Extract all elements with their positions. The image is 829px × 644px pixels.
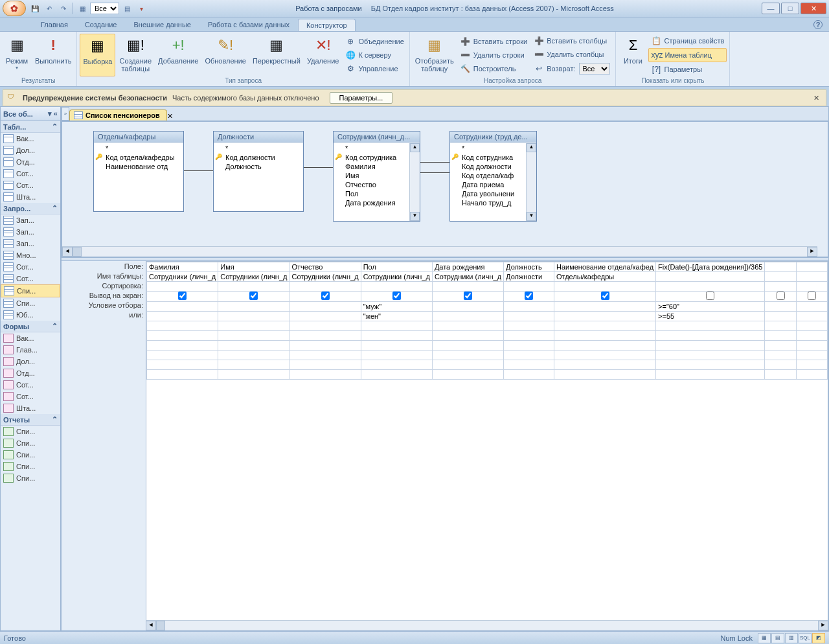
table-field[interactable]: Должность (214, 162, 303, 171)
qbe-cell[interactable] (218, 351, 290, 360)
view-button[interactable]: ▦Режим▾ (3, 34, 31, 76)
qbe-cell[interactable] (554, 292, 655, 302)
nav-item[interactable]: Спи... (1, 461, 60, 472)
nav-item[interactable]: Спи... (1, 284, 60, 297)
form-icon[interactable]: ▦ (76, 2, 89, 15)
nav-item[interactable]: Спи... (1, 297, 60, 309)
qbe-cell[interactable]: Сотрудники (личн_д (361, 272, 432, 282)
qbe-cell[interactable] (656, 331, 765, 341)
document-close-icon[interactable]: ✕ (167, 112, 173, 121)
qbe-cell[interactable] (432, 360, 503, 370)
nav-item[interactable]: Сот... (1, 391, 60, 402)
join-line[interactable] (420, 172, 449, 173)
nav-item[interactable]: Спи... (1, 426, 60, 437)
qbe-cell[interactable] (432, 370, 503, 380)
union-button[interactable]: ⊕Объединение (343, 35, 406, 48)
qbe-cell[interactable]: Дата рождения (432, 262, 503, 272)
show-checkbox[interactable] (706, 292, 714, 300)
qbe-cell[interactable] (796, 341, 827, 351)
nav-item[interactable]: Зап... (1, 214, 60, 226)
table-field[interactable]: * (334, 144, 420, 153)
nav-item[interactable]: Спи... (1, 472, 60, 484)
qbe-cell[interactable] (432, 282, 503, 292)
nav-item[interactable]: Глав... (1, 344, 60, 356)
qbe-cell[interactable] (765, 312, 796, 321)
qbe-cell[interactable] (765, 282, 796, 292)
qbe-cell[interactable] (290, 351, 361, 360)
qbe-cell[interactable] (218, 302, 290, 312)
qbe-cell[interactable] (504, 351, 554, 360)
qbe-cell[interactable]: Наименование отдела/кафед (554, 262, 655, 272)
qbe-cell[interactable] (504, 331, 554, 341)
nav-item[interactable]: Отд... (1, 367, 60, 379)
qbe-cell[interactable] (504, 312, 554, 321)
qbe-cell[interactable] (796, 370, 827, 380)
lower-hscroll[interactable]: ◄► (146, 620, 828, 630)
show-checkbox[interactable] (321, 292, 330, 300)
table-field[interactable]: Отчество (334, 180, 420, 189)
qbe-cell[interactable] (432, 292, 503, 302)
nav-group-forms[interactable]: Формы⌃ (1, 321, 60, 332)
upper-hscroll[interactable]: ◄► (62, 246, 817, 257)
qbe-cell[interactable] (796, 351, 827, 360)
qbe-cell[interactable] (361, 351, 432, 360)
qbe-cell[interactable] (218, 370, 290, 380)
relationship-pane[interactable]: Отделы/кафедры*Код отдела/кафедрыНаимено… (62, 121, 828, 257)
nav-item[interactable]: Вак... (1, 133, 60, 144)
pivot-view-shortcut[interactable]: ▤ (771, 633, 784, 643)
qbe-cell[interactable] (796, 331, 827, 341)
parameters-button[interactable]: [?]Параметры (648, 63, 727, 76)
nav-item[interactable]: Сот... (1, 179, 60, 191)
append-button[interactable]: +!Добавление (155, 34, 201, 76)
qbe-cell[interactable] (504, 292, 554, 302)
qbe-cell[interactable] (765, 351, 796, 360)
qbe-cell[interactable] (504, 370, 554, 380)
security-close-icon[interactable]: ✕ (811, 94, 822, 102)
qbe-cell[interactable] (147, 370, 218, 380)
table-box-1[interactable]: Отделы/кафедры*Код отдела/кафедрыНаимено… (93, 131, 184, 212)
nav-item[interactable]: Шта... (1, 402, 60, 414)
minimize-button[interactable]: — (762, 3, 780, 14)
maketable-button[interactable]: ▦!Создание таблицы (117, 34, 154, 76)
property-sheet-button[interactable]: 📋Страница свойств (648, 34, 727, 47)
join-line[interactable] (420, 162, 449, 163)
qbe-cell[interactable]: "муж" (361, 302, 432, 312)
qbe-cell[interactable]: Сотрудники (личн_д (147, 272, 218, 282)
qbe-cell[interactable] (504, 321, 554, 331)
table-box-4[interactable]: Сотрудники (труд де...*Код сотрудникаКод… (449, 131, 537, 222)
qbe-cell[interactable] (361, 370, 432, 380)
show-checkbox[interactable] (178, 292, 187, 300)
undo-icon[interactable]: ↶ (43, 2, 56, 15)
nav-header[interactable]: Все об...▾ « (1, 107, 60, 121)
qbe-cell[interactable] (765, 292, 796, 302)
nav-item[interactable]: Отд... (1, 156, 60, 168)
qbe-cell[interactable] (796, 262, 827, 272)
qbe-cell[interactable] (796, 272, 827, 282)
table-box-3[interactable]: Сотрудники (личн_д...*Код сотрудникаФами… (333, 131, 420, 222)
save-icon[interactable]: 💾 (28, 2, 41, 15)
show-checkbox[interactable] (249, 292, 258, 300)
table-field[interactable]: Фамилия (334, 162, 420, 171)
qat-customize-icon[interactable]: ▾ (135, 2, 148, 15)
table-field[interactable]: * (94, 144, 183, 153)
qbe-cell[interactable] (796, 321, 827, 331)
builder-button[interactable]: 🔨Построитель (458, 62, 530, 75)
qbe-cell[interactable] (765, 360, 796, 370)
maximize-button[interactable]: □ (781, 3, 799, 14)
document-tab[interactable]: Список пенсионеров (69, 109, 167, 121)
qbe-cell[interactable]: Фамилия (147, 262, 218, 272)
tab-create[interactable]: Создание (76, 18, 126, 31)
qbe-cell[interactable] (361, 360, 432, 370)
table-field[interactable]: * (214, 144, 303, 153)
table-field[interactable]: * (450, 144, 536, 153)
qbe-cell[interactable] (361, 331, 432, 341)
tab-database-tools[interactable]: Работа с базами данных (199, 18, 298, 31)
tab-home[interactable]: Главная (32, 18, 76, 31)
qbe-cell[interactable] (147, 282, 218, 292)
nav-group-tables[interactable]: Табл...⌃ (1, 121, 60, 133)
qbe-cell[interactable] (290, 370, 361, 380)
update-button[interactable]: ✎!Обновление (202, 34, 249, 76)
nav-group-reports[interactable]: Отчеты⌃ (1, 414, 60, 426)
design-view-shortcut[interactable]: ◩ (812, 633, 825, 643)
sql-view-shortcut[interactable]: SQL (799, 633, 812, 643)
